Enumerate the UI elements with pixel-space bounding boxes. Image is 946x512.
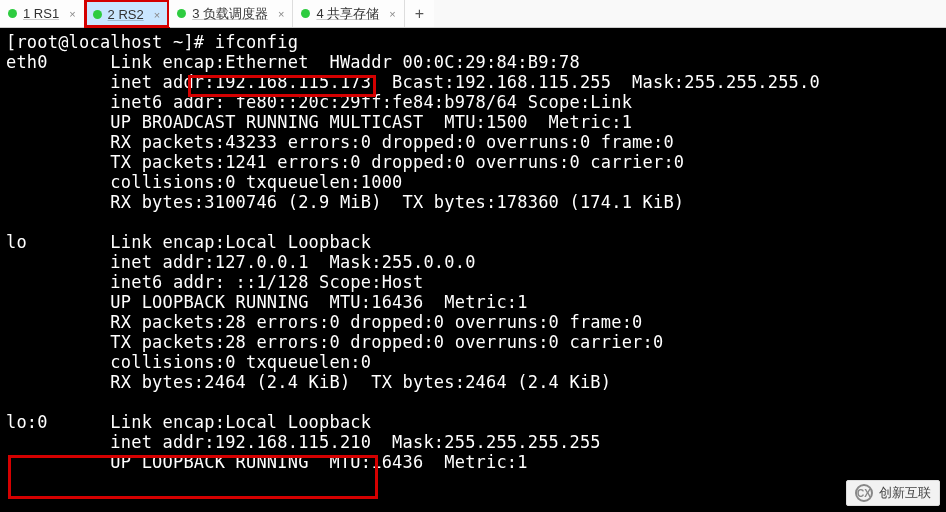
tab-rs1[interactable]: 1 RS1 × xyxy=(0,0,85,27)
terminal-line: inet addr:192.168.115.173 Bcast:192.168.… xyxy=(6,72,820,92)
terminal-line: UP LOOPBACK RUNNING MTU:16436 Metric:1 xyxy=(6,292,528,312)
tab-label: 1 RS1 xyxy=(23,6,59,21)
tab-label: 3 负载调度器 xyxy=(192,5,268,23)
status-dot-icon xyxy=(93,10,102,19)
watermark-text: 创新互联 xyxy=(879,484,931,502)
tab-rs2[interactable]: 2 RS2 × xyxy=(85,0,170,27)
status-dot-icon xyxy=(301,9,310,18)
terminal-line: RX bytes:2464 (2.4 KiB) TX bytes:2464 (2… xyxy=(6,372,611,392)
tab-bar: 1 RS1 × 2 RS2 × 3 负载调度器 × 4 共享存储 × + xyxy=(0,0,946,28)
terminal-line: inet6 addr: fe80::20c:29ff:fe84:b978/64 … xyxy=(6,92,632,112)
terminal-line: RX bytes:3100746 (2.9 MiB) TX bytes:1783… xyxy=(6,192,684,212)
terminal-line: lo:0 Link encap:Local Loopback xyxy=(6,412,371,432)
terminal-line: RX packets:28 errors:0 dropped:0 overrun… xyxy=(6,312,643,332)
terminal-line: inet addr:127.0.0.1 Mask:255.0.0.0 xyxy=(6,252,476,272)
plus-icon: + xyxy=(415,5,424,23)
terminal-line: eth0 Link encap:Ethernet HWaddr 00:0C:29… xyxy=(6,52,580,72)
terminal-line: inet6 addr: ::1/128 Scope:Host xyxy=(6,272,423,292)
tab-shared-storage[interactable]: 4 共享存储 × xyxy=(293,0,404,27)
terminal-line: UP BROADCAST RUNNING MULTICAST MTU:1500 … xyxy=(6,112,632,132)
terminal-line: collisions:0 txqueuelen:1000 xyxy=(6,172,403,192)
tab-label: 2 RS2 xyxy=(108,7,144,22)
terminal-line: TX packets:28 errors:0 dropped:0 overrun… xyxy=(6,332,663,352)
close-icon[interactable]: × xyxy=(69,8,75,20)
terminal-line: UP LOOPBACK RUNNING MTU:16436 Metric:1 xyxy=(6,452,528,472)
close-icon[interactable]: × xyxy=(389,8,395,20)
status-dot-icon xyxy=(177,9,186,18)
terminal-output[interactable]: [root@localhost ~]# ifconfig eth0 Link e… xyxy=(0,28,946,512)
terminal-line: RX packets:43233 errors:0 dropped:0 over… xyxy=(6,132,674,152)
terminal-line: inet addr:192.168.115.210 Mask:255.255.2… xyxy=(6,432,601,452)
watermark: CX 创新互联 xyxy=(846,480,940,506)
terminal-line: lo Link encap:Local Loopback xyxy=(6,232,371,252)
terminal-line: collisions:0 txqueuelen:0 xyxy=(6,352,371,372)
tab-load-scheduler[interactable]: 3 负载调度器 × xyxy=(169,0,293,27)
status-dot-icon xyxy=(8,9,17,18)
tab-label: 4 共享存储 xyxy=(316,5,379,23)
terminal-line: [root@localhost ~]# ifconfig xyxy=(6,32,298,52)
add-tab-button[interactable]: + xyxy=(405,0,434,27)
terminal-line: TX packets:1241 errors:0 dropped:0 overr… xyxy=(6,152,684,172)
close-icon[interactable]: × xyxy=(154,9,160,21)
watermark-logo-icon: CX xyxy=(855,484,873,502)
close-icon[interactable]: × xyxy=(278,8,284,20)
